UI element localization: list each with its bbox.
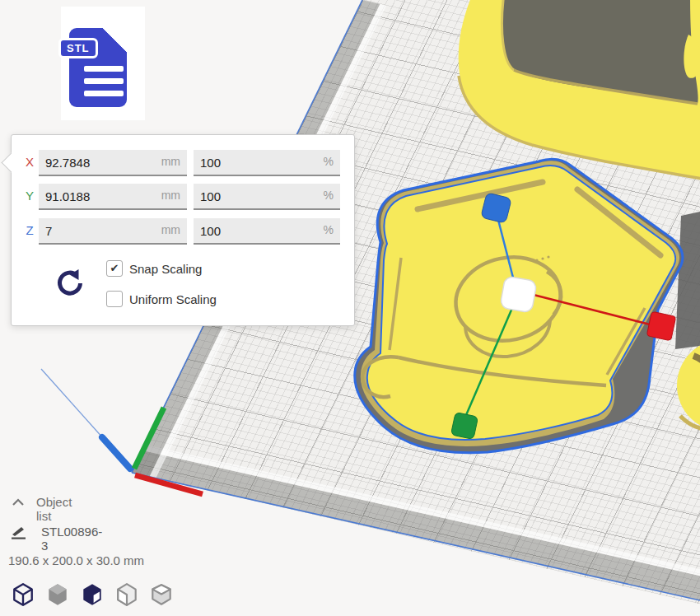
unit-label: mm (161, 223, 180, 236)
view-left-icon[interactable] (115, 582, 138, 607)
view-right-icon[interactable] (150, 582, 173, 607)
folded-corner-icon (103, 27, 128, 52)
axis-label-x: X (23, 155, 36, 169)
scale-tool-panel: X mm % Y mm % Z mm % ✔ Snap Scaling Unif… (11, 134, 355, 326)
scale-y-percent-input[interactable] (194, 184, 340, 208)
z-axis-indicator (102, 437, 130, 469)
unit-label: mm (161, 155, 180, 168)
uniform-scaling-checkbox[interactable] (106, 291, 123, 307)
doc-line (84, 66, 124, 72)
object-list-title: Object list (36, 495, 72, 523)
reset-scale-button[interactable] (52, 267, 85, 300)
view-3d-icon[interactable] (12, 582, 35, 607)
chevron-up-icon[interactable] (12, 497, 25, 507)
object-dimensions: 190.6 x 200.0 x 30.0 mm (8, 553, 144, 567)
unit-label: % (324, 223, 334, 236)
axis-label-y: Y (23, 189, 36, 203)
scale-z-percent-input[interactable] (194, 218, 340, 243)
snap-scaling-label: Snap Scaling (129, 262, 202, 276)
object-edit-icon (10, 525, 28, 539)
view-top-icon[interactable] (81, 582, 104, 607)
object-name: STL00896-3 (41, 525, 102, 553)
unit-label: mm (161, 189, 180, 202)
z-axis-line (41, 369, 104, 439)
stl-file-thumbnail: STL (61, 7, 145, 120)
uniform-scaling-label: Uniform Scaling (129, 292, 217, 306)
camera-view-toolbar (12, 582, 173, 607)
axis-label-z: Z (23, 223, 36, 237)
stl-badge: STL (58, 38, 98, 58)
view-front-icon[interactable] (46, 582, 69, 607)
doc-line (84, 91, 124, 96)
unit-label: % (324, 155, 334, 168)
scale-x-percent-input[interactable] (194, 150, 340, 175)
stl-file-icon: STL (69, 28, 127, 107)
snap-scaling-checkbox[interactable]: ✔ (106, 260, 123, 277)
doc-line (84, 78, 124, 84)
unit-label: % (324, 189, 334, 202)
cura-workspace: { "file_badge": { "label": "STL" }, "pan… (0, 0, 700, 616)
